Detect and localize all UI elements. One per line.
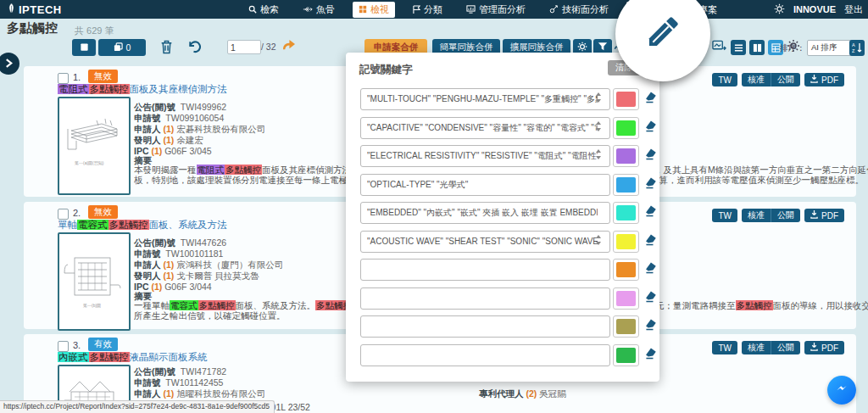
logout-link[interactable]: 登出: [844, 3, 863, 16]
nav-item-classify[interactable]: 分類: [407, 2, 448, 18]
patent-title-link[interactable]: 電阻式多點觸控面板及其座標偵測方法: [58, 83, 227, 96]
eraser-icon[interactable]: [643, 261, 658, 278]
messenger-chat-button[interactable]: [827, 376, 856, 405]
status-badge: 無效: [88, 70, 118, 83]
eraser-icon[interactable]: [643, 148, 658, 165]
keyword-row: [346, 145, 659, 167]
nav-item-management-analysis[interactable]: 管理面分析: [460, 2, 531, 18]
keyword-row: [346, 287, 659, 310]
patent-thumbnail[interactable]: 第一(b)圖: [58, 232, 131, 331]
nav-item-search[interactable]: 檢索: [242, 2, 285, 18]
patent-number: 2.: [73, 208, 81, 218]
eraser-icon[interactable]: [643, 347, 658, 364]
pdf-button[interactable]: PDF: [804, 73, 844, 87]
color-swatch-button[interactable]: [613, 145, 639, 167]
color-swatch-button[interactable]: [613, 202, 639, 224]
selected-items-button[interactable]: 0: [98, 39, 146, 56]
keyword-row: [346, 117, 659, 139]
color-swatch-button[interactable]: [613, 287, 639, 310]
page-total: / 32: [261, 42, 276, 52]
result-count: 共 629 筆: [75, 25, 114, 37]
status-badge: 有效: [88, 338, 118, 351]
select-all-button[interactable]: [72, 39, 96, 56]
color-swatch: [616, 148, 636, 164]
go-page-arrow-icon[interactable]: [281, 38, 296, 54]
color-swatch-button[interactable]: [613, 117, 639, 139]
keyword-input[interactable]: [360, 231, 610, 253]
field-row: 公告(開)號 TWI471782: [134, 366, 226, 378]
keyword-input[interactable]: [360, 174, 610, 196]
eraser-icon[interactable]: [643, 290, 658, 307]
status-badge: 無效: [88, 205, 118, 219]
keyword-input[interactable]: [360, 88, 610, 110]
grant-button[interactable]: 核准: [742, 341, 771, 354]
scroll-arrows-icon[interactable]: [596, 92, 603, 103]
tech-chart-icon: [549, 5, 559, 14]
eraser-icon[interactable]: [643, 233, 658, 250]
nav-label: 檢索: [260, 3, 279, 16]
keyword-input[interactable]: [360, 145, 610, 167]
eraser-icon[interactable]: [643, 204, 658, 221]
list-view-icon[interactable]: [731, 40, 746, 55]
field-row: 發明人 (1) 戈卡爾普 貝拉莫戈魯: [134, 271, 259, 282]
sort-direction-button[interactable]: AZ: [849, 40, 865, 56]
pdf-button[interactable]: PDF: [804, 209, 844, 222]
scroll-arrows-icon[interactable]: [596, 121, 603, 131]
keyword-input[interactable]: [360, 259, 610, 281]
publication-button[interactable]: 公開: [771, 341, 800, 354]
keyword-input[interactable]: [360, 315, 610, 338]
top-navbar: IPTECH 檢索 魚骨 檢視 分類 管理面分析 技術面分析 報告: [0, 0, 868, 19]
color-swatch-button[interactable]: [613, 315, 639, 338]
keyword-row: [346, 315, 659, 338]
scroll-arrows-icon[interactable]: [596, 149, 603, 159]
keyword-input[interactable]: [360, 287, 610, 310]
nav-item-fishbone[interactable]: 魚骨: [297, 2, 341, 18]
color-swatch-button[interactable]: [613, 231, 639, 253]
view-grid-icon: [359, 5, 367, 14]
undo-icon[interactable]: [186, 39, 201, 58]
color-swatch-button[interactable]: [613, 344, 639, 366]
color-swatch: [616, 262, 636, 277]
keyword-row: [346, 174, 659, 196]
chevron-right-icon: [5, 56, 13, 71]
grant-button[interactable]: 核准: [742, 209, 771, 222]
eraser-icon[interactable]: [643, 176, 658, 193]
publication-button[interactable]: 公開: [771, 209, 800, 222]
country-button[interactable]: TW: [712, 209, 737, 222]
country-button[interactable]: TW: [712, 341, 737, 354]
navbar-right: INNOVUE 登出: [774, 0, 863, 19]
patent-title-link[interactable]: 內嵌式多點觸控液晶顯示面板系統: [58, 351, 208, 364]
nav-item-view[interactable]: 檢視: [353, 2, 395, 18]
keyword-input[interactable]: [360, 202, 610, 224]
settings-gear-icon[interactable]: [774, 3, 785, 16]
publication-button[interactable]: 公開: [771, 73, 800, 87]
pdf-button[interactable]: PDF: [804, 341, 844, 354]
trash-icon[interactable]: [160, 40, 173, 58]
keyword-input[interactable]: [360, 117, 610, 139]
grant-button[interactable]: 核准: [742, 73, 771, 87]
country-button[interactable]: TW: [712, 73, 737, 87]
color-swatch: [616, 291, 636, 306]
patent-title-link[interactable]: 單軸電容式多點觸控面板、系統及方法: [58, 219, 227, 232]
keyword-row: [346, 344, 659, 366]
nav-label: 技術面分析: [562, 3, 609, 16]
scroll-arrows-icon[interactable]: [596, 235, 603, 245]
patent-thumbnail[interactable]: 第一(a)圖(習知): [58, 97, 131, 195]
collapse-panel-button[interactable]: [0, 53, 19, 75]
page-number-input[interactable]: [227, 40, 261, 54]
patent-number: 1.: [73, 72, 81, 82]
eraser-icon[interactable]: [643, 120, 658, 137]
svg-text:第一(a)圖(習知): 第一(a)圖(習知): [75, 160, 104, 166]
color-swatch-button[interactable]: [613, 259, 639, 281]
color-swatch-button[interactable]: [613, 88, 639, 110]
export-image-icon[interactable]: [712, 39, 726, 56]
nav-item-technical-analysis[interactable]: 技術面分析: [543, 2, 615, 18]
color-swatch-button[interactable]: [613, 174, 639, 196]
keyword-highlight-dialog: 記號關鍵字 清除: [346, 53, 659, 382]
eraser-icon[interactable]: [643, 318, 658, 335]
account-name[interactable]: INNOVUE: [793, 4, 836, 14]
eraser-icon[interactable]: [643, 91, 658, 108]
card-view-icon[interactable]: [749, 40, 765, 55]
keyword-input[interactable]: [360, 344, 610, 366]
app-logo[interactable]: IPTECH: [7, 3, 62, 16]
